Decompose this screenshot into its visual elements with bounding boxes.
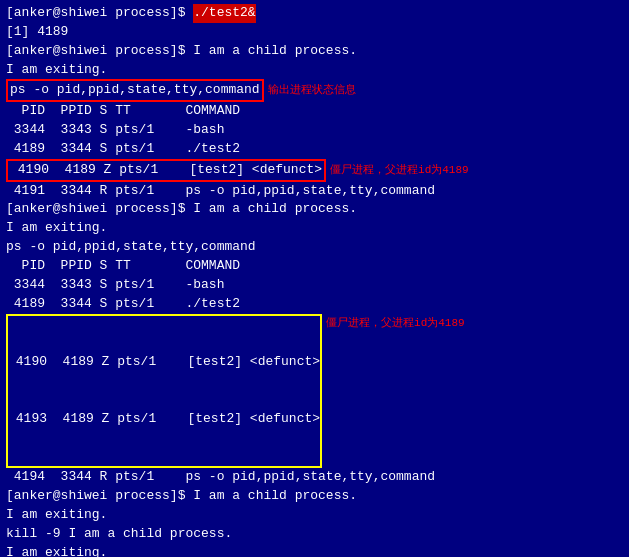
row-4189-1: 4189 3344 S pts/1 ./test2: [6, 140, 623, 159]
line-s3-4: I am exiting.: [6, 544, 623, 557]
line-s2-1: [anker@shiwei process]$ I am a child pro…: [6, 200, 623, 219]
zombie-row-1: 4190 4189 Z pts/1 [test2] <defunct>: [6, 159, 326, 182]
row-4189-2: 4189 3344 S pts/1 ./test2: [6, 295, 623, 314]
line-s2-3: ps -o pid,ppid,state,tty,command: [6, 238, 623, 257]
row-3344-2: 3344 3343 S pts/1 -bash: [6, 276, 623, 295]
command-text: ./test2&: [193, 4, 255, 23]
annotation-1: 输出进程状态信息: [268, 83, 356, 99]
row-4190-2: 4190 4189 Z pts/1 [test2] <defunct>: [8, 353, 320, 372]
line-4: I am exiting.: [6, 61, 623, 80]
table-header-1: PID PPID S TT COMMAND: [6, 102, 623, 121]
row-4194: 4194 3344 R pts/1 ps -o pid,ppid,state,t…: [6, 468, 623, 487]
line-2: [1] 4189: [6, 23, 623, 42]
line-s3-2: I am exiting.: [6, 506, 623, 525]
ps-command-boxed: ps -o pid,ppid,state,tty,command: [6, 79, 264, 102]
line-5: ps -o pid,ppid,state,tty,command 输出进程状态信…: [6, 79, 623, 102]
line-s2-2: I am exiting.: [6, 219, 623, 238]
row-3344-1: 3344 3343 S pts/1 -bash: [6, 121, 623, 140]
row-4191: 4191 3344 R pts/1 ps -o pid,ppid,state,t…: [6, 182, 623, 201]
prompt-text: [anker@shiwei process]$: [6, 4, 193, 23]
line-s3-1: [anker@shiwei process]$ I am a child pro…: [6, 487, 623, 506]
zombie-rows-boxed: 4190 4189 Z pts/1 [test2] <defunct> 4193…: [6, 314, 322, 469]
annotation-3: 僵尸进程，父进程id为4189: [326, 316, 465, 332]
zombie-block-2: 4190 4189 Z pts/1 [test2] <defunct> 4193…: [6, 314, 623, 469]
annotation-2: 僵尸进程，父进程id为4189: [330, 163, 469, 179]
row-4190-1: 4190 4189 Z pts/1 [test2] <defunct> 僵尸进程…: [6, 159, 623, 182]
terminal: [anker@shiwei process]$ ./test2& [1] 418…: [0, 0, 629, 557]
line-s3-3: kill -9 I am a child process.: [6, 525, 623, 544]
table-header-2: PID PPID S TT COMMAND: [6, 257, 623, 276]
row-4193: 4193 4189 Z pts/1 [test2] <defunct>: [8, 410, 320, 429]
line-3: [anker@shiwei process]$ I am a child pro…: [6, 42, 623, 61]
line-1: [anker@shiwei process]$ ./test2&: [6, 4, 623, 23]
